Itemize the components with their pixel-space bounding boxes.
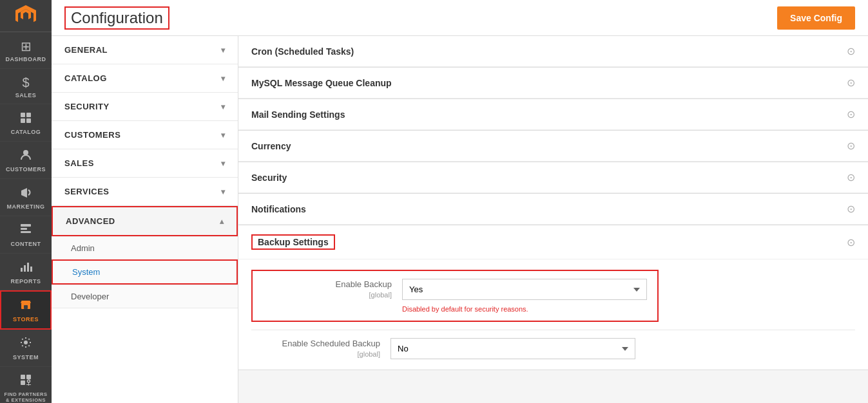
nav-section-sales-header[interactable]: SALES ▾ — [52, 149, 238, 177]
enable-backup-box: Enable Backup [global] Yes No Disabled b… — [251, 270, 659, 322]
nav-section-security: SECURITY ▾ — [52, 93, 238, 121]
config-section-mail-title: Mail Sending Settings — [251, 109, 345, 120]
sidebar-item-content[interactable]: CONTENT — [0, 216, 52, 254]
nav-section-services-header[interactable]: SERVICES ▾ — [52, 178, 238, 205]
svg-rect-11 — [27, 263, 29, 272]
right-content: Cron (Scheduled Tasks) ⊙ MySQL Message Q… — [238, 36, 868, 403]
nav-sub-item-developer[interactable]: Developer — [52, 285, 238, 308]
sidebar-item-stores[interactable]: STORES — [0, 290, 52, 330]
enable-backup-select[interactable]: Yes No — [402, 279, 647, 300]
marketing-icon — [19, 185, 32, 202]
stores-icon — [19, 298, 32, 314]
sidebar-item-stores-label: STORES — [13, 316, 39, 323]
sidebar-item-content-label: CONTENT — [11, 241, 41, 248]
sidebar-item-dashboard-label: DASHBOARD — [6, 56, 46, 63]
svg-rect-6 — [21, 224, 31, 227]
notifications-chevron-icon: ⊙ — [847, 203, 855, 215]
page-title: Configuration — [64, 6, 169, 30]
nav-section-general-header[interactable]: GENERAL ▾ — [52, 36, 238, 64]
system-icon — [19, 336, 32, 352]
config-section-notifications-header[interactable]: Notifications ⊙ — [238, 194, 868, 225]
nav-section-general-label: GENERAL — [64, 45, 108, 55]
content-icon — [19, 223, 32, 239]
scheduled-backup-select[interactable]: No Yes — [391, 338, 635, 359]
svg-point-4 — [23, 150, 28, 155]
nav-advanced-sub-items: Admin System Developer — [52, 236, 238, 308]
top-header: Configuration Save Config — [52, 0, 868, 36]
svg-rect-9 — [21, 268, 23, 272]
svg-rect-12 — [30, 267, 32, 272]
scheduled-backup-row: Enable Scheduled Backup [global] No Yes — [251, 338, 855, 359]
config-section-security-header[interactable]: Security ⊙ — [238, 162, 868, 193]
nav-section-security-label: SECURITY — [64, 102, 110, 111]
config-section-security: Security ⊙ — [238, 162, 868, 194]
magento-logo-icon — [14, 4, 37, 27]
nav-section-customers-label: CUSTOMERS — [64, 130, 121, 140]
sidebar-item-system[interactable]: SYSTEM — [0, 330, 52, 367]
svg-rect-17 — [26, 375, 31, 379]
nav-section-security-header[interactable]: SECURITY ▾ — [52, 93, 238, 120]
nav-services-chevron-icon: ▾ — [221, 187, 226, 196]
nav-section-services: SERVICES ▾ — [52, 178, 238, 206]
config-section-mysql: MySQL Message Queue Cleanup ⊙ — [238, 68, 868, 99]
config-section-notifications-title: Notifications — [251, 204, 306, 214]
config-section-notifications: Notifications ⊙ — [238, 194, 868, 225]
sidebar-item-sales-label: SALES — [15, 92, 37, 99]
nav-section-sales-label: SALES — [64, 158, 94, 168]
nav-section-catalog-label: CATALOG — [64, 73, 107, 83]
nav-section-advanced-header[interactable]: ADVANCED ▴ — [52, 206, 238, 236]
nav-general-chevron-icon: ▾ — [221, 46, 226, 55]
svg-rect-1 — [26, 113, 31, 117]
nav-section-customers-header[interactable]: CUSTOMERS ▾ — [52, 121, 238, 149]
nav-section-catalog-header[interactable]: CATALOG ▾ — [52, 64, 238, 92]
backup-divider — [251, 330, 855, 330]
svg-rect-7 — [21, 228, 27, 230]
nav-sub-item-system[interactable]: System — [52, 259, 238, 285]
config-section-cron-header[interactable]: Cron (Scheduled Tasks) ⊙ — [238, 36, 868, 67]
customers-icon — [19, 148, 32, 164]
backup-settings-body: Enable Backup [global] Yes No Disabled b… — [238, 259, 868, 370]
sidebar-item-marketing[interactable]: MARKETING — [0, 179, 52, 216]
svg-rect-8 — [21, 231, 31, 233]
config-section-mail-header[interactable]: Mail Sending Settings ⊙ — [238, 99, 868, 130]
config-section-currency-header[interactable]: Currency ⊙ — [238, 131, 868, 162]
sidebar-item-sales[interactable]: $ SALES — [0, 69, 52, 105]
sidebar-item-catalog[interactable]: CATALOG — [0, 104, 52, 142]
sidebar-item-catalog-label: CATALOG — [11, 129, 41, 136]
enable-backup-help: Disabled by default for security reasons… — [402, 305, 647, 313]
config-section-mysql-header[interactable]: MySQL Message Queue Cleanup ⊙ — [238, 68, 868, 98]
nav-section-catalog: CATALOG ▾ — [52, 64, 238, 93]
nav-security-chevron-icon: ▾ — [221, 102, 226, 111]
nav-section-advanced: ADVANCED ▴ Admin System Developer — [52, 206, 238, 308]
svg-point-21 — [28, 380, 30, 382]
find-partners-icon — [19, 373, 32, 389]
cron-chevron-icon: ⊙ — [847, 45, 855, 57]
sidebar-item-marketing-label: MARKETING — [7, 203, 45, 211]
sidebar-item-find-partners[interactable]: FIND PARTNERS & EXTENSIONS — [0, 367, 52, 403]
config-section-backup-title: Backup Settings — [251, 234, 335, 250]
nav-section-general: GENERAL ▾ — [52, 36, 238, 64]
config-section-currency-title: Currency — [251, 141, 291, 151]
security-chevron-icon: ⊙ — [847, 171, 855, 183]
config-section-backup: Backup Settings ⊙ Enable Backup [global]… — [238, 225, 868, 370]
nav-section-advanced-label: ADVANCED — [66, 216, 115, 226]
nav-section-services-label: SERVICES — [64, 187, 110, 196]
save-config-button[interactable]: Save Config — [777, 6, 855, 30]
nav-customers-chevron-icon: ▾ — [221, 131, 226, 140]
nav-section-customers: CUSTOMERS ▾ — [52, 121, 238, 149]
sidebar-item-reports-label: REPORTS — [10, 278, 41, 285]
svg-rect-0 — [21, 113, 25, 117]
nav-section-sales: SALES ▾ — [52, 149, 238, 178]
config-section-backup-header[interactable]: Backup Settings ⊙ — [238, 225, 868, 259]
sidebar-item-reports[interactable]: REPORTS — [0, 254, 52, 291]
sidebar-item-system-label: SYSTEM — [13, 354, 39, 361]
dashboard-icon: ⊞ — [21, 39, 32, 54]
config-section-security-title: Security — [251, 173, 287, 183]
sidebar-item-dashboard[interactable]: ⊞ DASHBOARD — [0, 32, 52, 69]
enable-backup-label: Enable Backup [global] — [263, 279, 392, 299]
sidebar-item-customers[interactable]: CUSTOMERS — [0, 142, 52, 179]
nav-sub-item-admin[interactable]: Admin — [52, 236, 238, 259]
svg-rect-14 — [24, 305, 28, 309]
backup-chevron-icon: ⊙ — [847, 236, 855, 248]
nav-advanced-chevron-icon: ▴ — [220, 217, 224, 226]
